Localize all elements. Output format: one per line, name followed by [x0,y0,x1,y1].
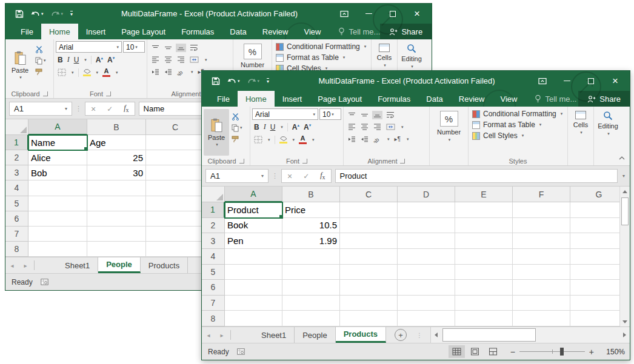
conditional-formatting-button[interactable]: Conditional Formatting ▾ [470,110,566,118]
align-center-button[interactable] [164,56,172,63]
decrease-font-button[interactable]: A▾ [304,123,311,131]
cell-E3[interactable] [455,233,513,249]
cell-E2[interactable] [455,218,513,234]
fill-color-button[interactable] [83,69,91,76]
sheet-nav-right-button[interactable]: ▸ [215,327,229,343]
alignment-dialog-launcher[interactable] [400,159,405,164]
cell-D2[interactable] [398,218,455,234]
formula-input[interactable]: Product [335,169,618,183]
cell-C3[interactable] [146,165,205,180]
bold-button[interactable]: B [254,123,259,131]
row-header-2[interactable]: 2 [202,218,225,234]
cell-A1[interactable]: Name [28,135,87,150]
cell-A2[interactable]: Book [225,218,282,234]
row-header-1[interactable]: 1 [5,135,28,150]
cell-C4[interactable] [340,249,398,265]
row-header-2[interactable]: 2 [5,150,28,165]
cell-D1[interactable] [398,202,455,218]
cell-F8[interactable] [513,311,570,326]
cell-B2[interactable]: 25 [87,150,146,165]
cell-B1[interactable]: Age [87,135,146,150]
normal-view-button[interactable] [449,345,465,358]
minimize-button[interactable] [555,71,579,91]
cell-C6[interactable] [146,211,205,227]
sheet-tab-sheet1[interactable]: Sheet1 [253,327,295,343]
decrease-font-button[interactable]: A▾ [107,56,115,64]
sheet-tab-products[interactable]: Products [141,257,188,273]
cell-C7[interactable] [340,296,398,311]
cell-F5[interactable] [513,265,570,280]
close-button[interactable]: × [603,71,627,91]
cell-A4[interactable] [28,180,87,196]
column-header-g[interactable]: G [570,187,619,202]
macro-record-button[interactable] [41,279,48,285]
ribbon-tab-insert[interactable]: Insert [275,91,310,107]
cell-B5[interactable] [282,265,340,280]
ribbon-tab-review[interactable]: Review [451,91,493,107]
cell-G1[interactable] [570,202,619,218]
clipboard-dialog-launcher[interactable] [43,91,48,96]
column-header-a[interactable]: A [225,187,282,202]
cell-B5[interactable] [87,196,146,211]
tell-me-box[interactable]: Tell me... [338,24,380,39]
add-sheet-button[interactable]: + [395,329,407,341]
cell-B2[interactable]: 10.5 [282,218,340,234]
cancel-formula-button[interactable]: × [85,104,101,114]
ribbon-tab-file[interactable]: File [209,91,238,107]
cell-A6[interactable] [225,280,282,296]
font-color-button[interactable]: A [299,135,307,144]
orientation-button[interactable]: ab [373,135,381,143]
save-button[interactable] [212,77,220,85]
macro-record-button[interactable] [237,348,245,355]
increase-indent-button[interactable] [164,69,172,75]
tell-me-box[interactable]: Tell me... [535,91,576,107]
cell-D5[interactable] [398,265,455,280]
cell-A5[interactable] [28,196,87,211]
italic-button[interactable]: I [67,55,70,64]
select-all-corner[interactable] [5,119,28,135]
cell-A3[interactable]: Pen [225,233,282,249]
cell-A1[interactable]: Product [225,202,282,218]
row-header-6[interactable]: 6 [202,280,225,296]
cell-C8[interactable] [146,242,205,257]
cell-B8[interactable] [282,311,340,326]
cell-C6[interactable] [340,280,398,296]
align-top-button[interactable] [152,45,159,51]
scroll-up-button[interactable] [620,187,630,196]
orientation-button[interactable]: ab [177,68,185,76]
sheet-nav-left-button[interactable]: ◂ [202,327,215,343]
cell-D4[interactable] [398,249,455,265]
font-color-button[interactable]: A [102,68,110,77]
horizontal-scrollbar[interactable] [430,327,630,343]
clipboard-dialog-launcher[interactable] [239,159,244,164]
cell-C2[interactable] [146,150,205,165]
ribbon-display-options-button[interactable] [332,4,356,24]
ribbon-tab-page-layout[interactable]: Page Layout [310,91,370,107]
cells-button[interactable]: Cells ▾ [570,108,592,156]
column-header-c[interactable]: C [146,119,205,135]
cell-B4[interactable] [87,180,146,196]
scroll-down-button[interactable] [620,317,630,326]
scroll-right-button[interactable] [619,327,630,343]
ribbon-tab-home[interactable]: Home [238,91,275,107]
column-header-e[interactable]: E [455,187,513,202]
format-as-table-button[interactable]: Format as Table ▾ [470,121,566,129]
sheet-tab-people[interactable]: People [295,327,335,343]
cell-A8[interactable] [225,311,282,326]
font-name-select[interactable]: Arial ▾ [252,108,318,120]
horizontal-scroll-thumb[interactable] [442,328,536,342]
cell-C1[interactable] [340,202,398,218]
share-button[interactable]: Share [578,91,630,107]
text-direction-button[interactable]: ▸¶ [395,136,401,142]
increase-indent-button[interactable] [361,136,369,142]
scroll-left-button[interactable] [431,327,441,343]
align-right-button[interactable] [177,56,185,63]
copy-button[interactable]: ▾ [35,56,46,65]
cell-E4[interactable] [455,249,513,265]
increase-font-button[interactable]: A▴ [96,56,103,64]
cell-E6[interactable] [455,280,513,296]
merge-center-button[interactable] [386,124,395,130]
vertical-scroll-track[interactable] [620,196,630,317]
cell-B1[interactable]: Price [282,202,340,218]
underline-button[interactable]: U [74,56,79,64]
